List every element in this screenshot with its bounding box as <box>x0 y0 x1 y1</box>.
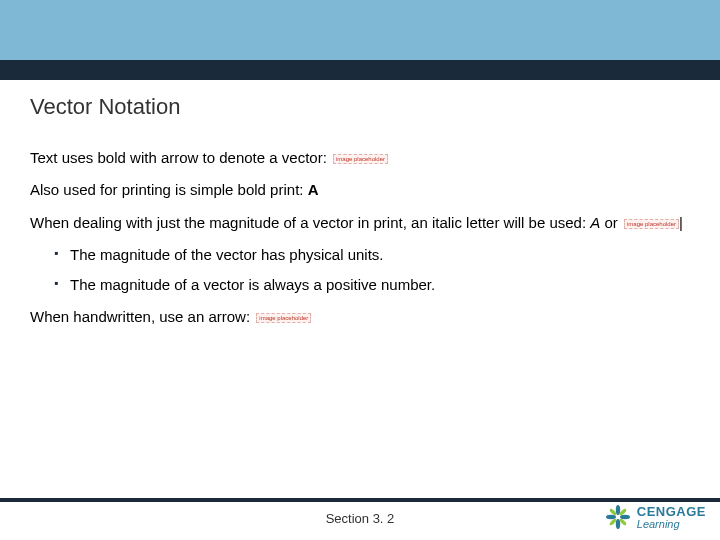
svg-point-2 <box>616 519 620 529</box>
text: or <box>600 214 622 231</box>
footer-divider <box>0 498 720 502</box>
text: Also used for printing is simple bold pr… <box>30 181 308 198</box>
slide: Vector Notation Text uses bold with arro… <box>0 0 720 540</box>
list-item: The magnitude of the vector has physical… <box>54 245 690 265</box>
page-title: Vector Notation <box>30 94 690 120</box>
text: | <box>679 214 683 231</box>
brand-name: CENGAGE <box>637 504 706 519</box>
text: When dealing with just the magnitude of … <box>30 214 590 231</box>
paragraph-magnitude: When dealing with just the magnitude of … <box>30 213 690 233</box>
brand-text: CENGAGE Learning <box>637 505 706 530</box>
svg-point-3 <box>606 515 616 519</box>
text: When handwritten, use an arrow: <box>30 308 254 325</box>
missing-image-icon: image placeholder <box>256 313 311 323</box>
paragraph-handwritten: When handwritten, use an arrow: image pl… <box>30 307 690 327</box>
svg-point-0 <box>616 505 620 515</box>
paragraph-bold-arrow: Text uses bold with arrow to denote a ve… <box>30 148 690 168</box>
italic-A: A <box>590 214 600 231</box>
brand-subtitle: Learning <box>637 518 680 530</box>
svg-point-1 <box>620 515 630 519</box>
brand-logo: CENGAGE Learning <box>605 504 706 530</box>
missing-image-icon: image placeholder <box>333 154 388 164</box>
bold-A: A <box>308 181 319 198</box>
list-item: The magnitude of a vector is always a po… <box>54 275 690 295</box>
text: Text uses bold with arrow to denote a ve… <box>30 149 331 166</box>
header-dark-band <box>0 60 720 80</box>
body-text: Text uses bold with arrow to denote a ve… <box>30 148 690 328</box>
content-area: Vector Notation Text uses bold with arro… <box>0 80 720 540</box>
leaf-icon <box>605 504 631 530</box>
bullet-list: The magnitude of the vector has physical… <box>54 245 690 296</box>
paragraph-bold-print: Also used for printing is simple bold pr… <box>30 180 690 200</box>
header-color-band <box>0 0 720 60</box>
missing-image-icon: image placeholder <box>624 219 679 229</box>
footer: Section 3. 2 <box>0 498 720 540</box>
